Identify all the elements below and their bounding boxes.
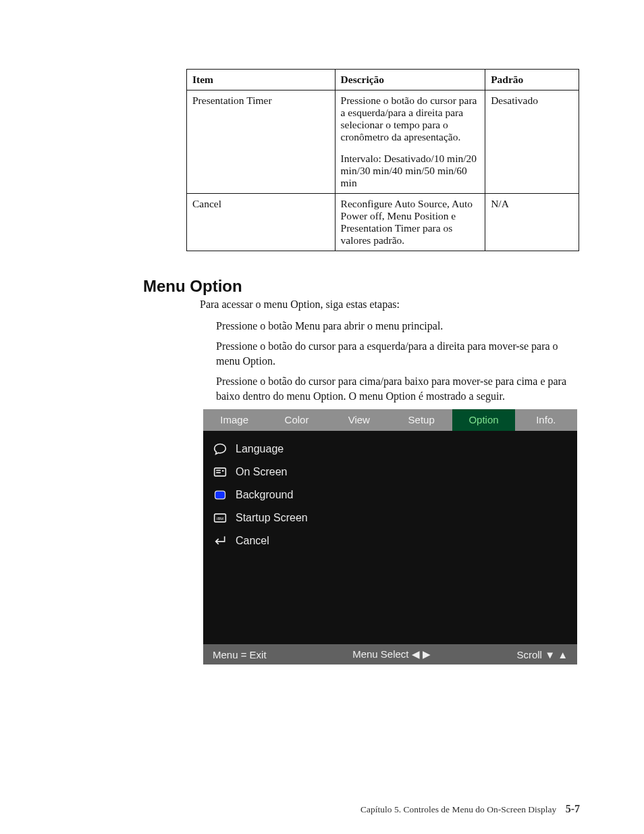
osd-tab-view[interactable]: View bbox=[328, 409, 390, 431]
osd-tab-setup[interactable]: Setup bbox=[390, 409, 452, 431]
osd-footer-right-label: Scroll bbox=[516, 649, 542, 660]
osd-item-list: Language On Screen Background IBM Startu… bbox=[203, 431, 577, 552]
triangle-left-right-icon: ◀ ▶ bbox=[412, 648, 431, 660]
osd-item-startup-screen[interactable]: IBM Startup Screen bbox=[213, 506, 568, 529]
section-lead: Para acessar o menu Option, siga estas e… bbox=[200, 297, 578, 312]
settings-table: Item Descrição Padrão Presentation Timer… bbox=[186, 69, 579, 251]
startup-screen-icon: IBM bbox=[213, 511, 227, 525]
osd-footer-right: Scroll ▼ ▲ bbox=[516, 649, 568, 660]
osd-footer-bar: Menu = Exit Menu Select ◀ ▶ Scroll ▼ ▲ bbox=[203, 644, 577, 664]
svg-text:IBM: IBM bbox=[217, 517, 224, 521]
page-footer: Capítulo 5. Controles de Menu do On-Scre… bbox=[0, 803, 580, 815]
osd-footer-middle: Menu Select ◀ ▶ bbox=[267, 648, 517, 660]
svg-rect-2 bbox=[216, 472, 221, 473]
cell-item: Cancel bbox=[187, 194, 336, 251]
osd-tab-info[interactable]: Info. bbox=[515, 409, 577, 431]
th-item: Item bbox=[187, 70, 336, 90]
osd-tab-option[interactable]: Option bbox=[452, 409, 514, 431]
table-row: Presentation Timer Pressione o botão do … bbox=[187, 90, 579, 194]
cell-item: Presentation Timer bbox=[187, 90, 336, 194]
svg-point-3 bbox=[222, 470, 224, 472]
cell-desc-p2: Intervalo: Desativado/10 min/20 min/30 m… bbox=[341, 153, 480, 189]
osd-item-label: On Screen bbox=[236, 466, 287, 478]
svg-rect-1 bbox=[216, 470, 221, 471]
table-row: Cancel Reconfigure Auto Source, Auto Pow… bbox=[187, 194, 579, 251]
osd-item-label: Language bbox=[236, 443, 284, 455]
osd-tab-bar: Image Color View Setup Option Info. bbox=[203, 409, 577, 431]
osd-item-label: Cancel bbox=[236, 535, 269, 547]
background-icon bbox=[213, 488, 227, 502]
section-step-3: Pressione o botão do cursor para cima/pa… bbox=[216, 374, 578, 403]
osd-screenshot: Image Color View Setup Option Info. Lang… bbox=[203, 409, 577, 664]
th-desc: Descrição bbox=[335, 70, 485, 90]
triangle-up-down-icon: ▼ ▲ bbox=[545, 649, 568, 660]
osd-tab-color[interactable]: Color bbox=[265, 409, 327, 431]
cell-desc: Pressione o botão do cursor para a esque… bbox=[335, 90, 485, 194]
osd-tab-image[interactable]: Image bbox=[203, 409, 265, 431]
osd-footer-left: Menu = Exit bbox=[213, 649, 267, 660]
section-step-1: Pressione o botão Menu para abrir o menu… bbox=[216, 319, 578, 334]
osd-item-label: Background bbox=[236, 489, 293, 501]
osd-footer-mid-label: Menu Select bbox=[352, 648, 408, 660]
cell-padrao: Desativado bbox=[485, 90, 579, 194]
page-number: 5-7 bbox=[566, 803, 580, 814]
cell-desc: Reconfigure Auto Source, Auto Power off,… bbox=[335, 194, 485, 251]
osd-item-language[interactable]: Language bbox=[213, 438, 568, 461]
osd-item-background[interactable]: Background bbox=[213, 484, 568, 506]
return-arrow-icon bbox=[213, 533, 227, 548]
page-footer-chapter: Capítulo 5. Controles de Menu do On-Scre… bbox=[360, 804, 556, 814]
osd-item-cancel[interactable]: Cancel bbox=[213, 529, 568, 552]
th-padrao: Padrão bbox=[485, 70, 579, 90]
onscreen-icon bbox=[213, 465, 227, 479]
section-step-2: Pressione o botão do cursor para a esque… bbox=[216, 339, 578, 368]
osd-item-label: Startup Screen bbox=[236, 512, 308, 524]
cell-desc-p1: Pressione o botão do cursor para a esque… bbox=[341, 95, 480, 143]
cell-desc-p1: Reconfigure Auto Source, Auto Power off,… bbox=[341, 198, 480, 246]
speech-bubble-icon bbox=[213, 442, 227, 457]
section-heading-menu-option: Menu Option bbox=[143, 277, 242, 296]
svg-rect-4 bbox=[215, 491, 225, 499]
osd-item-onscreen[interactable]: On Screen bbox=[213, 461, 568, 484]
cell-padrao: N/A bbox=[485, 194, 579, 251]
